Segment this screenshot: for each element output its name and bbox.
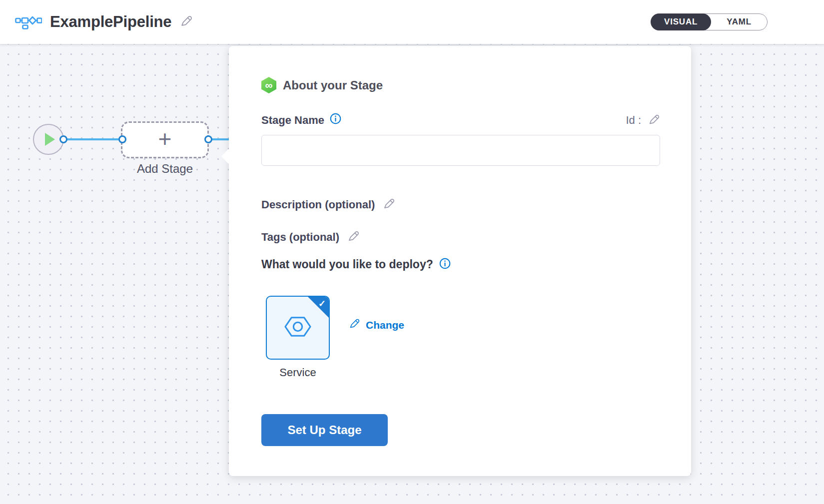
connector-dot (59, 135, 67, 143)
play-icon (45, 133, 55, 146)
pipeline-icon (15, 14, 42, 29)
add-tags-button[interactable] (347, 230, 360, 244)
edit-icon (347, 230, 360, 244)
set-up-stage-button[interactable]: Set Up Stage (261, 414, 388, 446)
add-stage-label: Add Stage (121, 162, 209, 176)
edit-pipeline-name-button[interactable] (179, 14, 193, 29)
edit-icon (648, 113, 660, 127)
deploy-question-label: What would you like to deploy? (261, 258, 433, 271)
change-deploy-type-button[interactable]: Change (348, 318, 404, 332)
stage-id-label: Id : (626, 114, 641, 127)
stage-name-label: Stage Name (261, 114, 324, 127)
info-icon[interactable] (330, 113, 341, 127)
panel-title: About your Stage (283, 78, 383, 92)
toggle-visual[interactable]: VISUAL (651, 13, 711, 30)
connector-dot (118, 135, 126, 143)
pipeline-title: ExamplePipeline (50, 13, 171, 31)
toggle-yaml[interactable]: YAML (711, 13, 767, 30)
edit-stage-id-button[interactable] (648, 113, 660, 127)
connector-dot (204, 135, 212, 143)
stage-type-icon: ∞ (261, 77, 276, 93)
edit-icon (179, 14, 193, 29)
add-description-button[interactable] (382, 197, 395, 212)
top-bar: ExamplePipeline VISUAL YAML (0, 0, 824, 44)
stage-name-input[interactable] (261, 135, 660, 166)
about-stage-panel: ∞ About your Stage Stage Name Id : (229, 46, 691, 476)
connector-line (63, 138, 122, 140)
add-stage-node[interactable]: + (121, 121, 209, 158)
info-icon[interactable] (439, 258, 451, 271)
tags-label: Tags (optional) (261, 231, 339, 244)
change-label: Change (366, 319, 404, 331)
edit-icon (382, 197, 395, 212)
plus-icon: + (158, 127, 172, 150)
description-label: Description (optional) (261, 198, 375, 211)
panel-caret (221, 148, 236, 164)
service-deploy-card[interactable]: ✓ (266, 296, 330, 360)
pipeline-canvas[interactable]: + Add Stage ∞ About your Stage Stage Nam… (0, 44, 824, 504)
pipeline-title-group: ExamplePipeline (15, 13, 193, 31)
visual-yaml-toggle: VISUAL YAML (651, 13, 768, 30)
pipeline-studio-screen: ExamplePipeline VISUAL YAML + (0, 0, 824, 504)
check-icon: ✓ (318, 298, 326, 309)
service-card-label: Service (266, 366, 330, 379)
edit-icon (348, 318, 360, 332)
